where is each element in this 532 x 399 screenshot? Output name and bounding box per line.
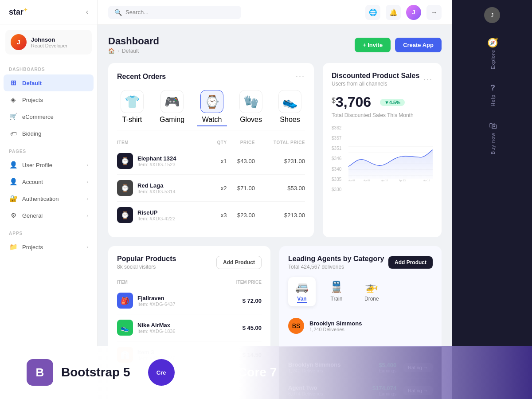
topbar-globe-icon[interactable]: 🌐 <box>365 5 380 20</box>
topbar-avatar[interactable]: J <box>406 5 421 20</box>
add-product-button-2[interactable]: Add Product <box>388 256 433 269</box>
product-sku: Item: #XDG-1836 <box>137 329 176 334</box>
discounted-sales-menu-icon[interactable]: ··· <box>423 75 433 84</box>
sidebar-item-user-profile[interactable]: 👤 User Profile › <box>0 156 97 173</box>
item-qty: x1 <box>211 148 227 175</box>
table-row: ⌚ Elephant 1324 Item: #XDG-1523 x1 $43.0… <box>117 148 305 175</box>
item-price: $23.00 <box>227 202 255 229</box>
topbar-notification-icon[interactable]: 🔔 <box>386 5 401 20</box>
agents-tab-drone[interactable]: 🚁 Drone <box>357 277 386 306</box>
order-tab-gaming[interactable]: 🎮 Gaming <box>156 88 188 126</box>
sidebar-item-apps-projects[interactable]: 📁 Projects › <box>0 239 97 255</box>
aspnet-item: Cre ASP.NET Core 7 <box>148 359 277 386</box>
item-qty: x3 <box>211 202 227 229</box>
svg-text:Apr 18: Apr 18 <box>423 179 430 182</box>
item-total: $231.00 <box>255 148 305 175</box>
sales-chart: $362 $357 $351 $346 $340 $335 $330 <box>332 125 433 203</box>
general-icon: ⚙ <box>9 211 18 220</box>
svg-text:Apr 10: Apr 10 <box>381 179 388 182</box>
topbar-arrow-icon[interactable]: → <box>426 5 442 20</box>
agent-name: Brooklyn Simmons <box>309 320 433 327</box>
agent-row: BS Brooklyn Simmons 1,240 Deliveries <box>288 313 433 338</box>
tshirt-tab-icon: 👕 <box>121 90 144 113</box>
sidebar-item-account[interactable]: 👤 Account › <box>0 173 97 190</box>
main-grid-row1: Recent Orders ··· 👕 T-shirt 🎮 Gaming <box>108 63 442 237</box>
search-box[interactable]: 🔍 <box>108 6 241 19</box>
search-input[interactable] <box>125 9 235 16</box>
agents-tabs: 🚐 Van 🚆 Train 🚁 Drone <box>288 277 433 306</box>
item-thumb: ⌚ <box>117 180 133 196</box>
y-label: $362 <box>332 125 341 130</box>
sales-badge: ▼4.5% <box>380 99 405 106</box>
breadcrumb-current: Default <box>122 48 139 54</box>
right-panel-explore[interactable]: 🧭 Explore <box>452 30 532 76</box>
currency-symbol: $ <box>332 97 336 105</box>
sidebar-item-authentication[interactable]: 🔐 Authentication › <box>0 190 97 207</box>
buy-now-label: Buy now <box>490 133 496 154</box>
folder-icon: 📁 <box>9 243 18 251</box>
user-card[interactable]: J Johnson React Developer <box>5 30 92 55</box>
col-total: TOTAL PRICE <box>255 137 305 148</box>
y-label: $330 <box>332 187 341 192</box>
popular-products-header: Popular Products 8k social visitors Add … <box>117 255 262 270</box>
topbar: 🔍 🌐 🔔 J → <box>98 0 452 25</box>
table-row: 👟 Nike AirMax Item: #XDG-1836 $ 45.00 <box>117 314 262 341</box>
sidebar-item-bidding[interactable]: 🏷 Bidding <box>0 125 97 142</box>
col-item-price: ITEM PRICE <box>218 277 262 287</box>
sidebar-item-ecommerce[interactable]: 🛒 eCommerce <box>0 108 97 125</box>
projects-icon: ◈ <box>9 95 18 104</box>
search-icon: 🔍 <box>114 9 122 16</box>
agents-tab-van[interactable]: 🚐 Van <box>288 277 316 306</box>
breadcrumb-separator: › <box>117 48 119 54</box>
create-app-button[interactable]: Create App <box>395 38 442 52</box>
topbar-right: 🌐 🔔 J → <box>365 5 442 20</box>
drone-icon: 🚁 <box>365 281 378 293</box>
bottom-overlay: B Bootstrap 5 Cre ASP.NET Core 7 <box>0 346 532 399</box>
recent-orders-title: Recent Orders <box>117 73 166 81</box>
gaming-tab-icon: 🎮 <box>160 90 184 113</box>
recent-orders-menu-icon[interactable]: ··· <box>296 72 305 81</box>
discounted-sales-card: Discounted Product Sales Users from all … <box>323 63 442 237</box>
leading-agents-card: Leading Agents by Category Total 424,567… <box>279 246 442 347</box>
leading-agents-header: Leading Agents by Category Total 424,567… <box>288 255 433 270</box>
user-role: React Developer <box>31 43 67 48</box>
item-name: Elephant 1324 <box>137 155 176 162</box>
orders-table: ITEM QTY PRICE TOTAL PRICE ⌚ <box>117 137 305 228</box>
user-profile-icon: 👤 <box>9 160 18 169</box>
page-header: Dashboard 🏠 › Default + Invite Create Ap… <box>108 35 442 54</box>
item-price: $43.00 <box>227 148 255 175</box>
sidebar-toggle-icon[interactable]: ‹ <box>86 8 88 16</box>
svg-text:Apr 13: Apr 13 <box>399 179 406 182</box>
right-panel-help[interactable]: ? Help <box>452 76 532 113</box>
product-thumb: 🎒 <box>117 293 133 309</box>
table-row: ⌚ Red Laga Item: #XDG-5314 x2 $71.00 $53… <box>117 175 305 202</box>
right-panel-buy-now[interactable]: 🛍 Buy now <box>452 113 532 161</box>
buy-now-icon: 🛍 <box>489 121 497 131</box>
gaming-tab-label: Gaming <box>160 116 184 124</box>
item-sku: Item: #XDG-1523 <box>137 162 176 167</box>
discounted-sales-header: Discounted Product Sales Users from all … <box>332 72 433 87</box>
svg-text:Apr 04: Apr 04 <box>348 179 355 182</box>
grid-icon: ⊞ <box>9 78 18 87</box>
order-tab-gloves[interactable]: 🧤 Gloves <box>236 88 266 126</box>
order-tab-shoes[interactable]: 👟 Shoes <box>275 88 305 126</box>
account-icon: 👤 <box>9 177 18 186</box>
order-tab-watch[interactable]: ⌚ Watch <box>197 88 227 126</box>
page-actions: + Invite Create App <box>355 38 442 52</box>
item-total: $53.00 <box>255 175 305 202</box>
avatar: J <box>11 34 27 50</box>
order-tab-tshirt[interactable]: 👕 T-shirt <box>117 88 147 126</box>
sidebar-item-general[interactable]: ⚙ General › <box>0 207 97 224</box>
y-label: $351 <box>332 146 341 151</box>
add-product-button[interactable]: Add Product <box>216 256 262 269</box>
chevron-down-icon: › <box>86 244 88 250</box>
apps-section-title: APPS <box>0 224 97 239</box>
agents-tab-train[interactable]: 🚆 Train <box>323 277 350 306</box>
discounted-sales-title: Discounted Product Sales <box>332 72 419 80</box>
invite-button[interactable]: + Invite <box>355 38 391 52</box>
right-panel-avatar[interactable]: J <box>484 7 500 23</box>
sidebar-item-projects[interactable]: ◈ Projects <box>0 91 97 108</box>
agent-deliveries: 1,240 Deliveries <box>309 327 433 332</box>
help-icon: ? <box>490 83 495 93</box>
sidebar-item-default[interactable]: ⊞ Default <box>4 74 94 91</box>
